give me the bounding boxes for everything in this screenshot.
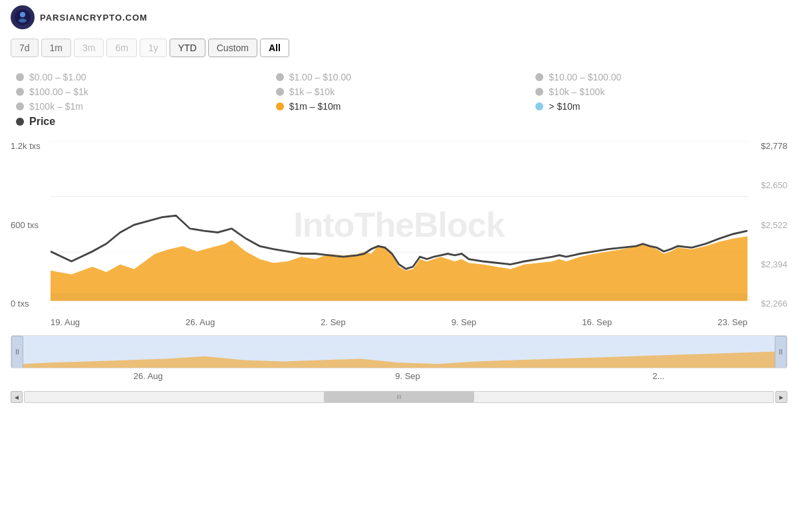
logo-text: PARSIANCRYPTO.COM bbox=[40, 13, 148, 23]
legend-item-4: $1k – $10k bbox=[276, 86, 523, 97]
legend-item-5: $10k – $100k bbox=[535, 86, 782, 97]
navigator: II II 26. Aug 9. Sep 2... bbox=[11, 335, 787, 388]
legend-dot-0 bbox=[16, 73, 24, 81]
chart-svg-area: IntoTheBlock bbox=[51, 141, 747, 309]
filter-1y[interactable]: 1y bbox=[140, 39, 167, 57]
nav-handle-left[interactable]: II bbox=[11, 336, 23, 368]
handle-left-grip: II bbox=[15, 349, 19, 356]
svg-point-2 bbox=[19, 19, 27, 23]
legend-item-6: $100k – $1m bbox=[16, 101, 263, 112]
filter-1m[interactable]: 1m bbox=[41, 39, 71, 57]
filter-ytd[interactable]: YTD bbox=[170, 39, 205, 57]
legend-item-2: $10.00 – $100.00 bbox=[535, 72, 782, 82]
chart-container: 1.2k txs 600 txs 0 txs $2,778 $2,650 $2,… bbox=[11, 141, 787, 327]
legend-dot-7 bbox=[276, 102, 284, 110]
legend-dot-3 bbox=[16, 88, 24, 96]
nav-labels: 26. Aug 9. Sep 2... bbox=[11, 371, 787, 381]
scrollbar-row: ◄ III ► bbox=[11, 391, 787, 403]
legend-item-8: > $10m bbox=[535, 101, 782, 112]
legend-dot-4 bbox=[276, 88, 284, 96]
legend-item-3: $100.00 – $1k bbox=[16, 86, 263, 97]
legend-item-0: $0.00 – $1.00 bbox=[16, 72, 263, 82]
scroll-left-button[interactable]: ◄ bbox=[11, 391, 23, 403]
x-axis: 19. Aug 26. Aug 2. Sep 9. Sep 16. Sep 23… bbox=[51, 317, 747, 327]
scrollbar-thumb[interactable]: III bbox=[324, 392, 473, 402]
svg-point-1 bbox=[20, 12, 25, 17]
legend-dot-price bbox=[16, 118, 24, 126]
scroll-right-button[interactable]: ► bbox=[775, 391, 787, 403]
legend-item-price: Price bbox=[16, 116, 263, 128]
legend-dot-8 bbox=[535, 102, 543, 110]
scrollbar-track[interactable]: III bbox=[24, 391, 774, 403]
legend-item-1: $1.00 – $10.00 bbox=[276, 72, 523, 82]
y-axis-right: $2,778 $2,650 $2,522 $2,394 $2,266 bbox=[747, 141, 787, 327]
legend-item-7: $1m – $10m bbox=[276, 101, 523, 112]
filter-custom[interactable]: Custom bbox=[208, 39, 257, 57]
legend-dot-2 bbox=[535, 73, 543, 81]
y-axis-left: 1.2k txs 600 txs 0 txs bbox=[11, 141, 51, 327]
logo-bar: PARSIANCRYPTO.COM bbox=[0, 0, 798, 35]
filter-3m[interactable]: 3m bbox=[74, 39, 104, 57]
legend-dot-5 bbox=[535, 88, 543, 96]
filter-7d[interactable]: 7d bbox=[11, 39, 39, 57]
logo-icon bbox=[11, 5, 35, 29]
nav-chart: II II bbox=[11, 335, 787, 368]
handle-right-grip: II bbox=[779, 349, 783, 356]
legend: $0.00 – $1.00 $1.00 – $10.00 $10.00 – $1… bbox=[0, 64, 798, 141]
time-filter-bar: 7d 1m 3m 6m 1y YTD Custom All bbox=[0, 35, 798, 64]
filter-6m[interactable]: 6m bbox=[106, 39, 136, 57]
nav-handle-right[interactable]: II bbox=[775, 336, 787, 368]
legend-dot-6 bbox=[16, 102, 24, 110]
legend-dot-1 bbox=[276, 73, 284, 81]
filter-all[interactable]: All bbox=[260, 39, 289, 57]
